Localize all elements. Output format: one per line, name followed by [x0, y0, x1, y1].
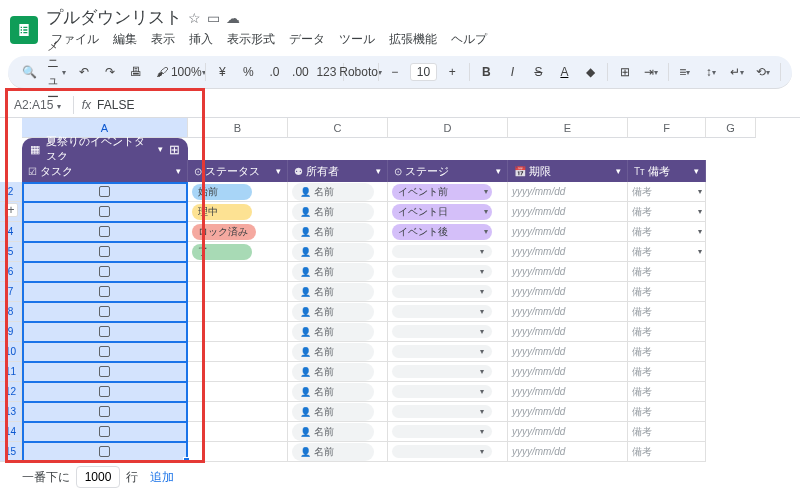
memo-cell[interactable]: 備考 [628, 262, 706, 282]
row-number[interactable]: 8 [0, 302, 22, 322]
owner-cell[interactable]: 👤名前 [288, 322, 388, 342]
status-cell[interactable] [188, 422, 288, 442]
col-header-F[interactable]: F [628, 118, 706, 138]
task-cell[interactable] [22, 362, 188, 382]
star-icon[interactable]: ☆ [188, 10, 201, 26]
row-number[interactable]: 13 [0, 402, 22, 422]
stage-cell[interactable]: ▾ [388, 242, 508, 262]
owner-cell[interactable]: 👤名前 [288, 302, 388, 322]
row-number[interactable]: 15 [0, 442, 22, 462]
table-col-タスク[interactable]: ☑ タスク▾ [22, 160, 188, 182]
owner-cell[interactable]: 👤名前 [288, 282, 388, 302]
task-cell[interactable] [22, 322, 188, 342]
text-color-button[interactable]: A [553, 60, 575, 84]
formula-value[interactable]: FALSE [97, 98, 134, 112]
checkbox[interactable] [99, 426, 110, 437]
status-cell[interactable] [188, 262, 288, 282]
date-cell[interactable]: yyyy/mm/dd [508, 362, 628, 382]
row-number[interactable]: 11 [0, 362, 22, 382]
date-cell[interactable]: yyyy/mm/dd [508, 182, 628, 202]
status-cell[interactable] [188, 362, 288, 382]
italic-button[interactable]: I [501, 60, 523, 84]
add-rows-input[interactable] [76, 466, 120, 488]
row-number[interactable]: 10 [0, 342, 22, 362]
row-number[interactable]: 4 [0, 222, 22, 242]
checkbox[interactable] [99, 246, 110, 257]
chevron-down-icon[interactable]: ▾ [158, 144, 163, 154]
table-title-bar[interactable]: ▦ 夏祭りのイベントタスク ▾ ⊞ [22, 138, 188, 160]
row-number[interactable]: 6 [0, 262, 22, 282]
stage-cell[interactable]: イベント前▾ [388, 182, 508, 202]
status-cell[interactable]: 了▾ [188, 242, 288, 262]
date-cell[interactable]: yyyy/mm/dd [508, 282, 628, 302]
date-cell[interactable]: yyyy/mm/dd [508, 402, 628, 422]
menu-表示[interactable]: 表示 [146, 29, 180, 50]
date-cell[interactable]: yyyy/mm/dd [508, 242, 628, 262]
status-cell[interactable] [188, 382, 288, 402]
status-cell[interactable]: 理中▾ [188, 202, 288, 222]
menu-編集[interactable]: 編集 [108, 29, 142, 50]
rotate-button[interactable]: ⟲ ▾ [752, 60, 774, 84]
status-cell[interactable] [188, 442, 288, 462]
row-number[interactable]: 12 [0, 382, 22, 402]
stage-cell[interactable]: ▾ [388, 362, 508, 382]
stage-cell[interactable]: ▾ [388, 442, 508, 462]
menu-データ[interactable]: データ [284, 29, 330, 50]
owner-cell[interactable]: 👤名前 [288, 422, 388, 442]
status-cell[interactable]: ロック済み▾ [188, 222, 288, 242]
stage-cell[interactable]: ▾ [388, 382, 508, 402]
status-cell[interactable] [188, 302, 288, 322]
checkbox[interactable] [99, 266, 110, 277]
move-icon[interactable]: ▭ [207, 10, 220, 26]
stage-cell[interactable]: イベント日▾ [388, 202, 508, 222]
memo-cell[interactable]: 備考 [628, 222, 706, 242]
col-header-C[interactable]: C [288, 118, 388, 138]
stage-cell[interactable]: ▾ [388, 282, 508, 302]
col-header-G[interactable]: G [706, 118, 756, 138]
checkbox[interactable] [99, 206, 110, 217]
memo-cell[interactable]: 備考 [628, 282, 706, 302]
checkbox[interactable] [99, 346, 110, 357]
checkbox[interactable] [99, 326, 110, 337]
v-align-button[interactable]: ↕ ▾ [700, 60, 722, 84]
table-col-備考[interactable]: Tт 備考▾ [628, 160, 706, 182]
add-row-button[interactable]: + [4, 203, 18, 217]
stage-cell[interactable]: イベント後▾ [388, 222, 508, 242]
checkbox[interactable] [99, 226, 110, 237]
row-number[interactable]: 14 [0, 422, 22, 442]
date-cell[interactable]: yyyy/mm/dd [508, 202, 628, 222]
owner-cell[interactable]: 👤名前 [288, 202, 388, 222]
owner-cell[interactable]: 👤名前 [288, 242, 388, 262]
status-cell[interactable] [188, 322, 288, 342]
owner-cell[interactable]: 👤名前 [288, 342, 388, 362]
merge-button[interactable]: ⇥ ▾ [640, 60, 662, 84]
increase-font-button[interactable]: + [441, 60, 463, 84]
font-size-input[interactable]: 10 [410, 63, 437, 81]
wrap-button[interactable]: ↵ ▾ [726, 60, 748, 84]
memo-cell[interactable]: 備考 [628, 382, 706, 402]
status-cell[interactable] [188, 342, 288, 362]
task-cell[interactable] [22, 342, 188, 362]
add-rows-link[interactable]: 追加 [150, 469, 174, 486]
owner-cell[interactable]: 👤名前 [288, 182, 388, 202]
owner-cell[interactable]: 👤名前 [288, 222, 388, 242]
row-number[interactable]: 2 [0, 182, 22, 202]
increase-decimal-button[interactable]: .00 [289, 60, 311, 84]
memo-cell[interactable]: 備考 [628, 182, 706, 202]
owner-cell[interactable]: 👤名前 [288, 382, 388, 402]
checkbox[interactable] [99, 186, 110, 197]
status-cell[interactable] [188, 282, 288, 302]
currency-button[interactable]: ¥ [211, 60, 233, 84]
strike-button[interactable]: S [527, 60, 549, 84]
percent-button[interactable]: % [237, 60, 259, 84]
task-cell[interactable] [22, 182, 188, 202]
task-cell[interactable] [22, 202, 188, 222]
menu-拡張機能[interactable]: 拡張機能 [384, 29, 442, 50]
table-col-期限[interactable]: 📅 期限▾ [508, 160, 628, 182]
stage-cell[interactable]: ▾ [388, 262, 508, 282]
table-col-ステージ[interactable]: ⊙ ステージ▾ [388, 160, 508, 182]
task-cell[interactable] [22, 222, 188, 242]
owner-cell[interactable]: 👤名前 [288, 442, 388, 462]
date-cell[interactable]: yyyy/mm/dd [508, 422, 628, 442]
date-cell[interactable]: yyyy/mm/dd [508, 222, 628, 242]
